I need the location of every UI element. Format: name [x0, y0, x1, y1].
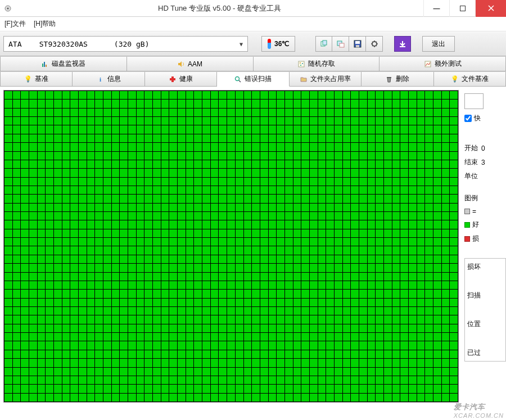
scan-block [13, 212, 21, 220]
scan-block [368, 169, 376, 177]
tab-aam[interactable]: AAM [127, 57, 254, 71]
scan-block [38, 273, 46, 281]
scan-block [318, 178, 326, 186]
scan-block [169, 341, 177, 349]
scan-block [252, 152, 260, 160]
scan-block [95, 376, 103, 384]
scan-block [46, 385, 53, 392]
scan-block [112, 324, 120, 332]
scan-block [161, 143, 169, 151]
exit-button[interactable]: 退出 [422, 36, 455, 52]
scan-block [409, 134, 417, 142]
maximize-button[interactable] [449, 0, 475, 17]
scan-block [112, 281, 120, 289]
settings-button[interactable] [366, 36, 383, 52]
scan-block [417, 195, 425, 202]
scan-block [244, 307, 252, 315]
tab-file-benchmark[interactable]: 💡 文件基准 [434, 72, 506, 87]
scan-block [236, 134, 243, 142]
scan-block [260, 368, 268, 376]
scan-block [137, 152, 144, 160]
scan-block [409, 91, 417, 99]
scan-block [62, 385, 70, 392]
scan-block [46, 281, 53, 289]
scan-block [343, 204, 351, 211]
scan-block [178, 195, 186, 202]
scan-block [103, 315, 111, 323]
scan-block [153, 195, 161, 202]
quick-scan-checkbox[interactable]: 快 [464, 114, 506, 123]
tab-error-scan[interactable]: 错误扫描 [217, 72, 289, 87]
scan-block [417, 229, 425, 237]
scan-block [137, 255, 144, 263]
scan-block [236, 229, 243, 237]
scan-block [442, 315, 450, 323]
end-label: 结束 [464, 157, 478, 167]
legend-eq-label: = [472, 207, 476, 215]
tab-extra-tests[interactable]: 额外测试 [379, 57, 506, 71]
scan-block [202, 152, 210, 160]
scan-block [186, 299, 194, 306]
scan-block [62, 394, 70, 401]
menu-help[interactable]: [H]帮助 [34, 19, 56, 29]
scan-block [392, 264, 400, 272]
scan-block [4, 229, 12, 237]
scan-block [433, 299, 441, 306]
close-button[interactable] [475, 0, 506, 17]
copy-button[interactable] [315, 36, 332, 52]
scan-block [252, 290, 260, 297]
scan-block [21, 204, 29, 211]
scan-block [326, 160, 334, 168]
scan-block [277, 117, 284, 125]
scan-block [433, 385, 441, 392]
scan-block [409, 143, 417, 151]
save-button[interactable] [349, 36, 366, 52]
scan-block [269, 246, 277, 254]
scan-block [252, 281, 260, 289]
tab-info[interactable]: i 信息 [73, 72, 144, 87]
scan-block [87, 290, 95, 297]
scan-block [21, 273, 29, 281]
scan-block [293, 178, 301, 186]
scan-block [219, 220, 227, 228]
scan-block [219, 178, 227, 186]
scan-block [38, 359, 46, 367]
drive-select[interactable]: ATA ST9320320AS (320 gB) ▼ [3, 36, 248, 52]
tab-benchmark[interactable]: 💡 基准 [0, 72, 73, 87]
scan-block [178, 264, 186, 272]
minimize-button[interactable]: — [423, 0, 449, 17]
scan-block [392, 273, 400, 281]
tab-health[interactable]: 健康 [145, 72, 217, 87]
scan-block [103, 91, 111, 99]
scan-block [219, 160, 227, 168]
scan-block [285, 220, 293, 228]
scan-block [194, 333, 202, 341]
scan-block [54, 220, 62, 228]
scan-block [359, 255, 367, 263]
download-button[interactable] [394, 36, 411, 52]
scan-block [103, 238, 111, 246]
scan-block [425, 273, 433, 281]
scan-block [62, 160, 70, 168]
scan-block [169, 117, 177, 125]
tab-disk-monitor[interactable]: 磁盘监视器 [0, 57, 127, 71]
tab-random-access[interactable]: 随机存取 [254, 57, 380, 71]
speed-color-box[interactable] [464, 93, 484, 109]
quick-scan-input[interactable] [464, 115, 472, 122]
scan-block [318, 299, 326, 306]
scan-block [227, 281, 235, 289]
scan-block [186, 220, 194, 228]
scan-block [301, 91, 309, 99]
tab-folder-usage[interactable]: 文件夹占用率 [290, 72, 362, 87]
scan-block [359, 238, 367, 246]
scan-block [54, 376, 62, 384]
scan-block [13, 341, 21, 349]
scan-block [335, 333, 342, 341]
screenshot-button[interactable] [332, 36, 349, 52]
menu-file[interactable]: [F]文件 [4, 19, 26, 29]
tab-erase[interactable]: 删除 [362, 72, 433, 87]
scan-block [95, 281, 103, 289]
scan-block [227, 169, 235, 177]
scan-block [359, 273, 367, 281]
scan-block [54, 117, 62, 125]
